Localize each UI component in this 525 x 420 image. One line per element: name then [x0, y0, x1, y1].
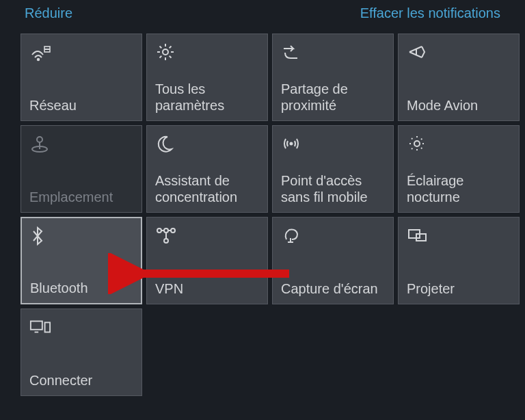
tile-label: Point d'accès sans fil mobile	[281, 172, 385, 205]
share-icon	[281, 41, 303, 63]
collapse-link[interactable]: Réduire	[25, 5, 72, 21]
tile-network[interactable]: Réseau	[21, 34, 142, 121]
tile-label: Éclairage nocturne	[407, 172, 511, 205]
project-icon	[407, 224, 429, 246]
tile-focus-assist[interactable]: Assistant de concentration	[146, 125, 268, 213]
tile-mobile-hotspot[interactable]: Point d'accès sans fil mobile	[272, 125, 394, 213]
svg-point-8	[157, 228, 161, 233]
airplane-icon	[407, 41, 429, 63]
tile-screen-snip[interactable]: Capture d'écran	[272, 217, 394, 304]
svg-point-7	[414, 141, 420, 146]
tile-location[interactable]: Emplacement	[21, 125, 142, 213]
svg-point-0	[38, 59, 39, 60]
svg-point-6	[291, 143, 293, 145]
tile-label: Tous les paramètres	[155, 81, 259, 114]
tile-bluetooth[interactable]: Bluetooth	[21, 217, 142, 304]
tile-all-settings[interactable]: Tous les paramètres	[146, 34, 268, 121]
moon-icon	[155, 133, 177, 155]
tile-label: Réseau	[29, 97, 133, 114]
vpn-icon	[155, 224, 177, 246]
hotspot-icon	[281, 133, 303, 155]
tile-airplane-mode[interactable]: Mode Avion	[398, 34, 520, 121]
tile-connect[interactable]: Connecter	[21, 309, 142, 396]
connect-icon	[29, 316, 51, 338]
wifi-icon	[29, 41, 51, 63]
svg-point-5	[37, 137, 42, 142]
snip-icon	[281, 224, 303, 246]
tile-project[interactable]: Projeter	[398, 217, 520, 304]
svg-point-3	[163, 49, 168, 55]
bluetooth-icon	[30, 225, 52, 247]
tile-vpn[interactable]: VPN	[146, 217, 268, 304]
tile-label: Capture d'écran	[281, 280, 385, 297]
tile-label: Emplacement	[29, 189, 133, 205]
svg-point-9	[164, 228, 168, 233]
action-center-header: Réduire Effacer les notifications	[0, 0, 525, 34]
tile-label: Connecter	[29, 372, 133, 389]
svg-point-10	[171, 228, 175, 233]
tile-label: Bluetooth	[30, 280, 133, 296]
tile-night-light[interactable]: Éclairage nocturne	[398, 125, 520, 213]
tile-label: Partage de proximité	[281, 81, 385, 114]
gear-icon	[155, 41, 177, 63]
svg-rect-15	[45, 322, 51, 332]
tile-nearby-sharing[interactable]: Partage de proximité	[272, 34, 394, 121]
brightness-icon	[407, 133, 429, 155]
svg-rect-14	[31, 321, 42, 330]
clear-notifications-link[interactable]: Effacer les notifications	[360, 5, 500, 21]
tile-label: Mode Avion	[407, 97, 511, 114]
quick-action-tiles: Réseau Tous les paramètres Partage de pr…	[0, 34, 525, 396]
tile-label: VPN	[155, 280, 259, 297]
tile-label: Assistant de concentration	[155, 172, 259, 205]
svg-point-11	[164, 239, 168, 243]
location-icon	[29, 133, 51, 155]
tile-label: Projeter	[407, 280, 511, 297]
